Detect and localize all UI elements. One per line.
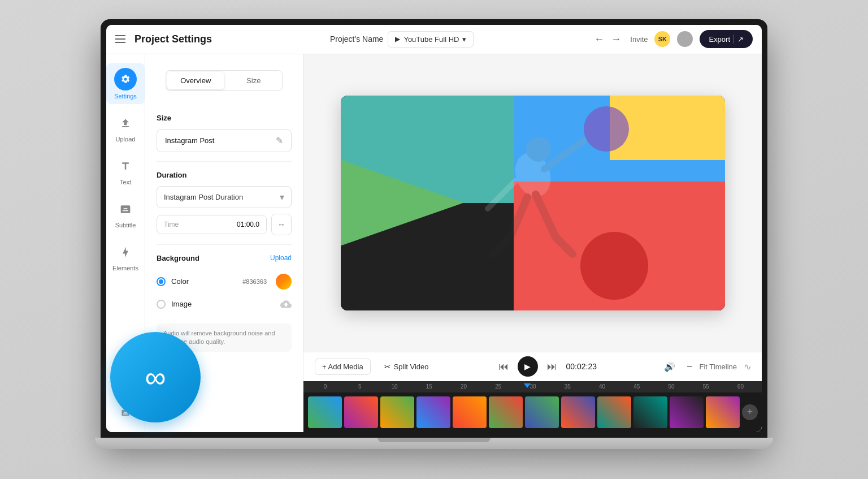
- export-button[interactable]: Export ↗: [700, 30, 753, 48]
- main-content: + Add Media ✂ Split Video ⏮: [303, 54, 762, 432]
- elements-icon: [115, 242, 136, 262]
- infinity-icon: ∞: [145, 360, 166, 394]
- sidebar-text-label: Text: [120, 179, 131, 185]
- mark-5: 5: [342, 383, 377, 390]
- settings-panel-title: Project Settings: [134, 33, 212, 45]
- user-avatar: [677, 31, 693, 47]
- size-select-field[interactable]: Instagram Post ✎: [157, 129, 292, 152]
- waveform-icon: ∿: [744, 361, 751, 372]
- video-canvas: [341, 96, 725, 310]
- timeline-thumb-3[interactable]: [380, 396, 414, 428]
- sidebar-item-upload[interactable]: Upload: [106, 109, 145, 147]
- volume-button[interactable]: 🔊: [659, 356, 680, 377]
- add-track-button[interactable]: +: [742, 404, 758, 420]
- image-option[interactable]: Image: [157, 294, 292, 314]
- timeline-thumb-9[interactable]: [597, 396, 631, 428]
- split-video-button[interactable]: ✂ Split Video: [377, 359, 436, 374]
- mark-20: 20: [446, 383, 481, 390]
- svg-point-1: [526, 137, 551, 162]
- sidebar-item-text[interactable]: Text: [106, 152, 145, 190]
- arrow-icon: ↔: [277, 220, 285, 229]
- time-field[interactable]: Time 01:00.0: [157, 215, 267, 234]
- screen-content: Project Settings Project's Name ▶ YouTub…: [106, 25, 762, 432]
- sidebar-item-elements[interactable]: Elements: [106, 238, 145, 276]
- timeline-thumb-11[interactable]: [670, 396, 704, 428]
- image-upload-icon: [280, 299, 292, 310]
- app-header: Project Settings Project's Name ▶ YouTub…: [106, 25, 762, 54]
- add-media-label: + Add Media: [322, 363, 363, 371]
- timeline-area: 0 5 10 15 20 25 30 35 40 45: [303, 381, 762, 432]
- sidebar-elements-label: Elements: [112, 265, 138, 271]
- redo-button[interactable]: →: [609, 31, 623, 48]
- duration-dropdown[interactable]: Instagram Post Duration ▾: [157, 186, 292, 208]
- person-silhouette: [341, 96, 725, 310]
- size-section-title: Size: [157, 114, 292, 122]
- time-value: 01:00.0: [237, 221, 259, 228]
- image-radio[interactable]: [157, 300, 166, 309]
- edit-icon: ✎: [276, 135, 283, 146]
- split-video-label: Split Video: [394, 363, 429, 371]
- sidebar-item-subtitle[interactable]: Subtitle: [106, 195, 145, 233]
- timeline-thumb-2[interactable]: [344, 396, 378, 428]
- timeline-thumb-6[interactable]: [489, 396, 523, 428]
- duration-section-title: Duration: [157, 171, 292, 179]
- mark-10: 10: [377, 383, 411, 390]
- background-upload-button[interactable]: Upload: [270, 254, 292, 262]
- time-label: Time: [164, 221, 179, 228]
- tab-size[interactable]: Size: [225, 71, 283, 90]
- video-format-icon: ▶: [395, 35, 400, 43]
- color-radio[interactable]: [157, 277, 166, 286]
- tab-overview[interactable]: Overview: [167, 72, 224, 89]
- chevron-down-icon: ▾: [462, 35, 466, 44]
- format-label: YouTube Full HD: [403, 35, 459, 44]
- color-option[interactable]: Color #836363: [157, 269, 292, 294]
- timeline-ruler: 0 5 10 15 20 25 30 35 40 45: [303, 381, 762, 392]
- timeline-thumb-5[interactable]: [453, 396, 487, 428]
- invite-button[interactable]: Invite: [630, 35, 648, 44]
- size-section: Size Instagram Post ✎: [145, 105, 303, 161]
- play-button[interactable]: ▶: [518, 356, 538, 377]
- zoom-out-icon: −: [687, 361, 693, 373]
- timeline-thumb-1[interactable]: [308, 396, 342, 428]
- header-right: ← → Invite SK Export ↗: [592, 30, 753, 48]
- scissors-icon: ✂: [384, 363, 390, 371]
- playback-right: 🔊 − Fit Timeline ∿: [659, 356, 751, 377]
- time-expand-button[interactable]: ↔: [271, 214, 292, 235]
- rewind-button[interactable]: ⏮: [498, 361, 509, 373]
- mark-45: 45: [619, 383, 654, 390]
- mark-55: 55: [689, 383, 723, 390]
- add-media-button[interactable]: + Add Media: [315, 359, 371, 375]
- export-divider: [734, 34, 734, 44]
- timeline-thumb-12[interactable]: [706, 396, 740, 428]
- timeline-thumb-10[interactable]: [633, 396, 667, 428]
- image-label: Image: [171, 300, 275, 308]
- app-body: Settings Upload: [106, 54, 762, 432]
- size-value: Instagram Post: [165, 136, 214, 145]
- video-scene: [341, 96, 725, 310]
- timeline-thumb-7[interactable]: [525, 396, 559, 428]
- fit-timeline-button[interactable]: Fit Timeline: [700, 363, 737, 371]
- color-value: #836363: [242, 278, 267, 285]
- timeline-thumb-8[interactable]: [561, 396, 595, 428]
- undo-button[interactable]: ←: [592, 31, 606, 48]
- sidebar-upload-label: Upload: [116, 136, 136, 143]
- nav-arrows: ← →: [592, 31, 623, 48]
- duration-dropdown-label: Instagram Post Duration: [164, 193, 243, 201]
- mark-50: 50: [654, 383, 688, 390]
- color-picker-button[interactable]: [276, 274, 292, 290]
- settings-icon: [114, 68, 137, 90]
- timeline-tracks: +: [303, 392, 762, 432]
- export-label: Export: [709, 35, 730, 44]
- forward-button[interactable]: ⏭: [547, 361, 557, 373]
- mark-30: 30: [515, 383, 550, 390]
- sidebar-item-settings[interactable]: Settings: [106, 63, 145, 104]
- background-title: Background: [157, 254, 199, 262]
- duration-row: Time 01:00.0 ↔: [157, 214, 292, 235]
- playback-bar: + Add Media ✂ Split Video ⏮: [303, 352, 762, 381]
- playback-center: ⏮ ▶ ⏭ 00:02:23: [498, 356, 597, 377]
- timeline-thumb-4[interactable]: [416, 396, 450, 428]
- format-selector[interactable]: ▶ YouTube Full HD ▾: [388, 31, 474, 48]
- mark-40: 40: [585, 383, 619, 390]
- menu-button[interactable]: [115, 35, 125, 43]
- upload-icon: [115, 113, 136, 133]
